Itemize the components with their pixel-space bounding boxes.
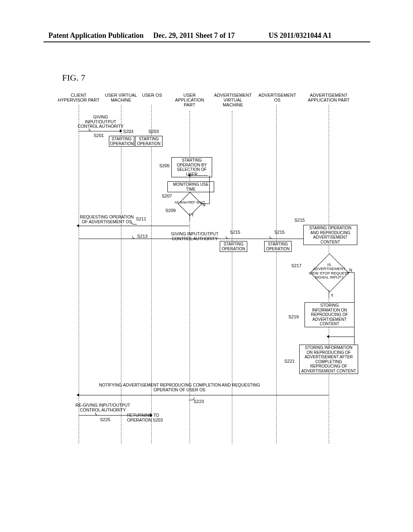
header-left: Patent Application Publication [48,31,144,40]
box-starting-op-uservm: STARTINGOPERATION [109,136,134,147]
step-s203-b: S203 [148,129,159,134]
step-s215-b: S215 [274,230,285,235]
step-s225: S225 [100,417,111,422]
step-s219: S219 [288,314,299,319]
step-s207: S207 [162,193,172,198]
label-y1: Y [191,213,194,217]
lifeline-user-os [151,105,152,443]
header-right: US 2011/0321044 A1 [269,31,332,40]
header-center: Dec. 29, 2011 Sheet 7 of 17 [153,31,235,40]
lane-user-vm: USER VIRTUALMACHINE [101,93,141,102]
step-leader-icon-2 [131,222,137,224]
box-starting-op-useros: STARTINGOPERATION [135,136,163,147]
lane-ad-os: ADVERTISEMENTOS [254,93,300,102]
figure-title: FIG. 7 [62,73,85,83]
lane-ad-vm: ADVERTISEMENTVIRTUALMACHINE [210,93,256,107]
box-monitor: MONITORING USE TIME [167,181,214,192]
step-s223: S223 [194,399,204,404]
step-s209: S209 [165,208,176,213]
lane-user-os: USER OS [138,93,166,98]
lane-ad-app: ADVERTISEMENTAPPLICATION PART [302,93,355,102]
lifeline-client-hypervisor [79,105,79,443]
lane-client-hypervisor: CLIENTHYPERVISOR PART [56,93,101,102]
label-y2: Y [331,293,334,298]
header-divider [44,42,370,42]
step-leader-icon-5 [269,236,275,239]
msg-give-io2: GIVING INPUT/OUTPUTCONTROL AUTHORITY [169,232,221,241]
step-s215-c: S215 [294,218,305,222]
lifeline-user-vm [121,105,122,443]
diamond-stopreq-text: ISADVERTISEMENTVIEW STOP REQUESTSIGNAL I… [306,263,353,280]
msg-give-io: GIVING INPUT/OUTPUTCONTROL AUTHORITY [77,115,124,129]
step-s203-a: S203 [123,129,133,134]
step-leader-icon-4 [226,236,232,239]
page: Patent Application Publication Dec. 29, … [0,0,413,532]
step-leader-icon [89,129,94,131]
step-s221: S221 [284,359,295,364]
lifeline-ad-os [276,105,277,443]
box-start-repro: STARING OPERATIONAND REPRODUCINGADVERTIS… [303,225,357,245]
step-leader-icon-7 [95,413,101,416]
label-n2: N [349,268,352,272]
step-s211: S211 [136,216,146,221]
msg-req-ad-os: REQUESTING OPERATIONOF ADVERTISEMENT OS [77,215,137,224]
sequence-diagram: CLIENTHYPERVISOR PART USER VIRTUALMACHIN… [60,93,359,443]
msg-notify: NOTIFYING ADVERTISEMENT REPRODUCING COMP… [91,383,268,392]
msg-return203: RETURNING TOOPERATION S203 [127,413,167,422]
box-store-after: STORING INFORMATIONON REPRODUCING OFADVE… [299,345,358,374]
step-leader-icon-3 [132,236,138,239]
step-s201: S201 [94,133,104,138]
lane-user-app: USERAPPLICATIONPART [169,93,210,107]
lifeline-ad-vm [232,111,233,443]
step-s213: S213 [137,234,148,239]
box-starting-op-advm: STARTINGOPERATION [220,241,247,252]
box-store-info: STORINGINFORMATION ONREPRODUCING OFADVER… [305,302,355,327]
step-s217: S217 [291,263,302,268]
step-s215-a: S215 [230,230,240,235]
msg-regive-io: RE-GIVING INPUT/OUTPUTCONTROL AUTHORITY [75,403,131,412]
box-start-by-user: STARTINGOPERATION BYSELECTION OF USER [171,157,212,177]
box-starting-op-ados: STARTINGOPERATION [264,241,292,252]
step-s205: S205 [159,163,170,168]
